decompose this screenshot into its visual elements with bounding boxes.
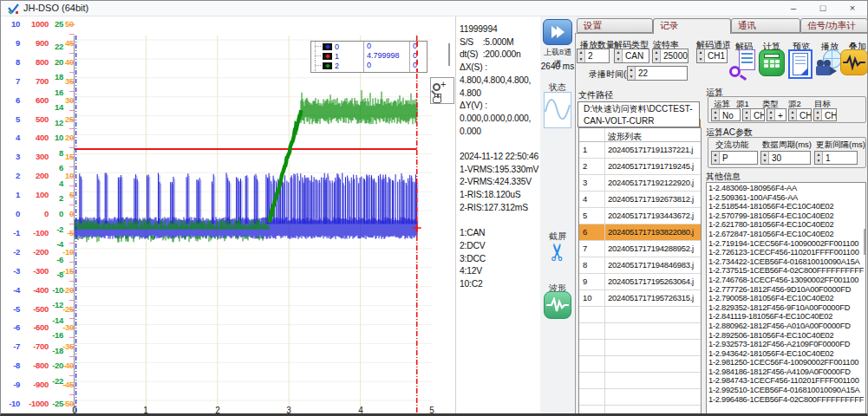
can-frame-row[interactable]: 1-2.892506-181056F4-EC10C40E02 xyxy=(708,331,865,341)
can-frame-row[interactable]: 1-2.829352-1812F456-9F10A00F0000FD xyxy=(708,303,865,313)
can-frame-row[interactable]: 1-2.483069-180956F4-AA xyxy=(708,184,865,193)
waveform-list-row[interactable]: 22024051717191719245.j xyxy=(579,159,701,175)
can-frame-list[interactable]: 1-2.483069-180956F4-AA1-2.509361-100AF45… xyxy=(706,182,866,415)
info-line: 4.800 xyxy=(460,88,540,101)
tab-通讯[interactable]: 通讯 xyxy=(731,18,800,33)
preview-button-selected[interactable] xyxy=(788,49,813,79)
can-frame-row[interactable]: 1-2.790058-181056F4-EC10C40E02 xyxy=(708,294,865,303)
legend-row[interactable]: 000 xyxy=(311,42,427,51)
legend-row[interactable]: 200 xyxy=(311,61,427,70)
spinner-arrows[interactable]: ▲▼ xyxy=(815,152,823,164)
can-frame-row[interactable]: 1-2.841119-181056F4-EC10C40E02 xyxy=(708,312,865,322)
can-frame-row[interactable]: 1-2.996486-1CEB56F4-02C800FFFFFFFFFF xyxy=(708,395,865,405)
can-frame-row[interactable]: 1-2.992510-1CEB56F4-016810010090A15A xyxy=(708,386,865,395)
waveform-list-row[interactable]: 52024051717193443672.j xyxy=(579,208,701,224)
spinner-arrows[interactable]: ▲▼ xyxy=(653,49,661,62)
can-frame-row[interactable]: 1-2.746768-1CECF456-13090002FF001100 xyxy=(708,276,865,285)
overlay-button[interactable] xyxy=(840,49,868,75)
ac-spinner-1[interactable]: ▲▼30 xyxy=(760,151,811,165)
legend-row[interactable]: 14.7999980 xyxy=(311,51,427,61)
waveform-list-empty-row[interactable] xyxy=(579,389,701,406)
tab-记录[interactable]: 记录 xyxy=(653,18,731,34)
spinner-arrows[interactable]: ▲▼ xyxy=(767,109,775,120)
spinner-arrows[interactable]: ▲▼ xyxy=(814,109,822,120)
play-count-spinner[interactable]: ▲▼2 xyxy=(577,49,610,63)
waveform-list-row[interactable]: 32024051717192122920.j xyxy=(579,175,701,192)
waveform-list-empty-row[interactable] xyxy=(579,356,701,373)
can-frame-row[interactable]: 1-2.943642-181056F4-EC10C40E02 xyxy=(708,349,865,359)
waveform-list-table[interactable]: 波形列表12024051717191137221.j22024051717191… xyxy=(578,127,702,415)
minimize-button[interactable]: – xyxy=(779,1,808,16)
op-spinner-2[interactable]: ▲▼+ xyxy=(767,108,786,121)
scope-plot-area[interactable]: 109876543210-1-2-3-4-5-6-7-8-9-101000900… xyxy=(1,16,455,416)
decode-type-spinner[interactable]: ▲▼CAN xyxy=(614,49,649,63)
can-frame-row[interactable]: 1-2.518544-181056F4-EC10C40E02 xyxy=(708,202,865,211)
can-frame-row[interactable]: 1-2.621780-181056F4-EC10C40E02 xyxy=(708,220,865,230)
waveform-list-empty-row[interactable] xyxy=(579,406,701,415)
spinner-arrows[interactable]: ▲▼ xyxy=(578,49,585,62)
compute-button[interactable] xyxy=(759,49,785,76)
spinner-arrows[interactable]: ▲▼ xyxy=(697,49,705,62)
record-time-spinner[interactable]: ▲▼22 xyxy=(627,66,688,81)
spinner-arrows[interactable]: ▲▼ xyxy=(743,109,751,120)
op-spinner-0[interactable]: ▲▼No xyxy=(711,108,741,121)
upload-play-button[interactable] xyxy=(543,19,572,45)
waveform-list-row[interactable]: 82024051717194846983.j xyxy=(579,257,701,274)
waveform-list-row[interactable]: 72024051717194288952.j xyxy=(579,241,701,257)
can-frame-row[interactable]: 1-2.509361-100AF456-AA xyxy=(708,193,865,203)
waveform-list-row[interactable]: 102024051717195726315.j xyxy=(579,290,701,307)
spinner-arrows[interactable]: ▲▼ xyxy=(615,49,623,62)
spinner-arrows[interactable]: ▲▼ xyxy=(712,109,720,120)
can-frame-row[interactable]: 1-2.880962-1812F456-A010A00F0000FD xyxy=(708,322,865,331)
waveform-list-row[interactable]: 92024051717195263064.j xyxy=(579,274,701,290)
file-path-input[interactable]: D:\快速访问资料\DCCTEST-CAN-VOLT-CURR xyxy=(578,101,700,127)
plot-tool-palette[interactable]: + xyxy=(430,77,454,104)
can-frame-row[interactable]: 1-2.570799-181056F4-EC10C40E02 xyxy=(708,211,865,221)
can-frame-row[interactable]: 1-2.932573-1812F456-A2109F0F0000FD xyxy=(708,340,865,349)
ac-spinner-0[interactable]: ▲▼P xyxy=(711,151,758,165)
waveform-list-row[interactable]: 62024051717193822080.j xyxy=(579,224,701,241)
spinner-arrows[interactable]: ▲▼ xyxy=(761,152,769,164)
can-frame-row[interactable]: 1-2.719194-1CEC56F4-10090002FF001100 xyxy=(708,239,865,249)
frame-list-scrollbar[interactable] xyxy=(864,229,865,255)
play-button[interactable] xyxy=(816,49,842,77)
spinner-arrows[interactable]: ▲▼ xyxy=(789,109,797,120)
can-frame-row[interactable]: 1-2.777726-1812F456-9D10A00F0000FD xyxy=(708,285,865,295)
waveform-list-empty-row[interactable] xyxy=(579,323,701,340)
decode-channel-spinner[interactable]: ▲▼CH1 xyxy=(696,49,728,63)
waveform-list-empty-row[interactable] xyxy=(579,340,701,356)
can-frame-row[interactable]: 1-2.984743-1CECF456-110201FFFF001100 xyxy=(708,376,865,386)
can-frame-row[interactable]: 1-2.672847-181056F4-EC10C40E02 xyxy=(708,230,865,239)
spinner-arrows[interactable]: ▲▼ xyxy=(628,67,636,80)
can-frame-row[interactable]: 1-2.984186-1812F456-A4109A0F0000FD xyxy=(708,367,865,377)
can-frame-row[interactable]: 1-2.737515-1CEB56F4-02C800FFFFFFFFFF xyxy=(708,266,865,276)
decode-button[interactable] xyxy=(729,49,755,79)
waveform-list-empty-row[interactable] xyxy=(579,373,701,389)
waveform-list-row[interactable]: 12024051717191137221.j xyxy=(579,142,701,159)
waveform-list-empty-row[interactable] xyxy=(579,307,701,323)
pan-hand-icon[interactable] xyxy=(433,96,441,103)
waveform-canvas[interactable] xyxy=(75,36,432,416)
spinner-arrows[interactable]: ▲▼ xyxy=(712,152,720,164)
waveform-list-row[interactable]: 42024051717192673812.j xyxy=(579,192,701,208)
zoom-in-icon[interactable] xyxy=(433,83,441,91)
legend-scrollbar[interactable] xyxy=(448,43,450,66)
op-spinner-3[interactable]: ▲▼CH2 xyxy=(788,108,812,121)
op-spinner-4[interactable]: ▲▼CH2 xyxy=(813,108,837,121)
op-spinner-1[interactable]: ▲▼CH1 xyxy=(742,108,765,121)
can-frame-row[interactable]: 1-2.726123-1CECF456-110201FFFF001100 xyxy=(708,248,865,257)
screenshot-scissors-button[interactable]: ✂ xyxy=(544,235,571,270)
can-frame-row[interactable]: 1-2.981250-1CEC56F4-10090002FF001100 xyxy=(708,358,865,367)
tab-设置[interactable]: 设置 xyxy=(577,18,653,33)
close-button[interactable]: × xyxy=(838,1,867,16)
ac-spinner-2[interactable]: ▲▼1 xyxy=(814,151,858,165)
baud-rate-spinner[interactable]: ▲▼250000 xyxy=(652,49,689,63)
channel-legend[interactable]: 00014.799998020034.7999980 xyxy=(310,41,427,73)
legend-cursor-value-2: 0 xyxy=(409,51,427,61)
can-frame-row[interactable]: 1-2.734422-1CEB56F4-016810010090A15A xyxy=(708,257,865,267)
waveform-export-button[interactable] xyxy=(544,291,571,319)
legend-channel-number: 1 xyxy=(335,52,363,61)
maximize-button[interactable]: □ xyxy=(808,1,838,16)
tab-信号/功率计[interactable]: 信号/功率计 xyxy=(800,18,868,33)
legend-row[interactable]: 34.7999980 xyxy=(311,70,427,73)
